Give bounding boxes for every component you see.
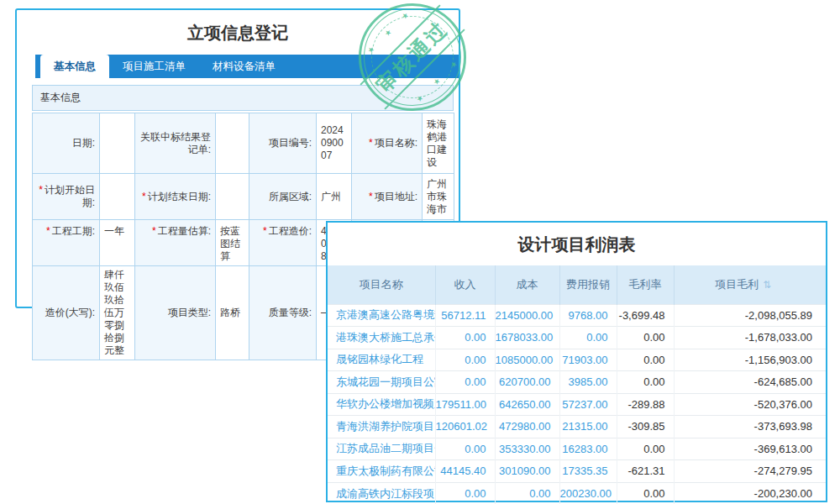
field-value[interactable]	[216, 174, 249, 220]
column-header-1[interactable]: 收入	[435, 265, 495, 304]
table-row: 港珠澳大桥施工总承包项目0.001678033.000.000.00-1,678…	[328, 327, 826, 349]
profit-value: -1,678,033.00	[674, 327, 826, 349]
tab-0[interactable]: 基本信息	[40, 55, 109, 78]
profit-value: -624,685.00	[674, 371, 826, 394]
expense-value: 17335.35	[559, 460, 617, 483]
cost-value: 1085000.00	[495, 349, 559, 371]
field-label: *项目地址:	[352, 174, 423, 220]
project-name-link[interactable]: 华软办公楼增加视频监控项	[328, 393, 435, 416]
cost-value: 0.00	[495, 482, 559, 504]
profit-value: -373,693.98	[674, 416, 826, 438]
field-value[interactable]: 一年	[100, 220, 135, 266]
field-label: 项目编号:	[249, 113, 317, 174]
income-value: 0.00	[435, 327, 495, 349]
income-value: 0.00	[435, 438, 495, 460]
field-label: 造价(大写):	[33, 266, 100, 360]
expense-value: 21315.00	[559, 416, 617, 438]
income-value: 179511.00	[435, 393, 495, 416]
field-label: *工程工期:	[33, 220, 100, 266]
table-row: 京港澳高速公路粤境韶关至56712.112145000.009768.00-3,…	[328, 304, 826, 327]
income-value: 44145.40	[435, 460, 495, 483]
margin-value: -3,699.48	[617, 304, 674, 327]
income-value: 0.00	[435, 371, 495, 394]
column-header-4[interactable]: 毛利率	[617, 265, 674, 304]
column-header-3[interactable]: 费用报销	[559, 265, 617, 304]
table-row: 华软办公楼增加视频监控项179511.00642650.0057237.00-2…	[328, 393, 826, 416]
table-row: 江苏成品油二期项目一标段0.00353330.0016283.000.00-36…	[328, 438, 826, 460]
project-name-link[interactable]: 京港澳高速公路粤境韶关至	[328, 304, 435, 327]
expense-value: 57237.00	[559, 393, 617, 416]
margin-value: 0.00	[617, 438, 674, 460]
profit-value: -274,279.95	[674, 460, 826, 483]
profit-table: 项目名称收入成本费用报销毛利率项目毛利⇅ 京港澳高速公路粤境韶关至56712.1…	[328, 265, 826, 504]
profit-header-row: 项目名称收入成本费用报销毛利率项目毛利⇅	[328, 265, 826, 304]
expense-value: 0.00	[559, 327, 617, 349]
expense-value: 3985.00	[559, 371, 617, 394]
project-name-link[interactable]: 港珠澳大桥施工总承包项目	[328, 327, 435, 349]
income-value: 120601.02	[435, 416, 495, 438]
cost-value: 642650.00	[495, 393, 559, 416]
field-label: 关联中标结果登记单:	[135, 113, 216, 174]
form-row: *计划开始日期:*计划结束日期:所属区域:广州*项目地址:广州市珠海市	[33, 174, 454, 220]
profit-value: -2,098,055.89	[674, 304, 826, 327]
margin-value: 0.00	[617, 349, 674, 371]
cost-value: 2145000.00	[495, 304, 559, 327]
field-value[interactable]: 肆仟玖佰玖拾伍万零捌拾捌元整	[100, 266, 135, 360]
project-name-link[interactable]: 重庆太极制药有限公司亳州	[328, 460, 435, 483]
field-value[interactable]	[100, 113, 135, 174]
cost-value: 1678033.00	[495, 327, 559, 349]
table-row: 青海洪湖养护院项目120601.02472980.0021315.00-309.…	[328, 416, 826, 438]
income-value: 0.00	[435, 482, 495, 504]
field-value[interactable]: 珠海鹤港口建设	[423, 113, 454, 174]
profit-value: -520,376.00	[674, 393, 826, 416]
registration-tabbar: 基本信息项目施工清单材料设备清单	[35, 55, 459, 78]
tab-1[interactable]: 项目施工清单	[109, 55, 199, 78]
field-value[interactable]: 广州市珠海市	[423, 174, 454, 220]
table-row: 成渝高铁内江标段项目0.000.00200230.000.00-200,230.…	[328, 482, 826, 504]
cost-value: 472980.00	[495, 416, 559, 438]
field-value[interactable]: 广州	[317, 174, 352, 220]
required-asterisk-icon: *	[142, 191, 146, 202]
project-name-link[interactable]: 青海洪湖养护院项目	[328, 416, 435, 438]
required-asterisk-icon: *	[152, 225, 156, 237]
field-label: *计划开始日期:	[33, 174, 100, 220]
expense-value: 16283.00	[559, 438, 617, 460]
column-header-0[interactable]: 项目名称	[328, 265, 435, 304]
cost-value: 620700.00	[495, 371, 559, 394]
table-row: 重庆太极制药有限公司亳州44145.40301090.0017335.35-62…	[328, 460, 826, 483]
profit-body: 京港澳高速公路粤境韶关至56712.112145000.009768.00-3,…	[328, 304, 826, 504]
margin-value: 0.00	[617, 327, 674, 349]
margin-value: 0.00	[617, 482, 674, 504]
required-asterisk-icon: *	[369, 191, 373, 202]
project-name-link[interactable]: 晟铭园林绿化工程	[328, 349, 435, 371]
sort-icon[interactable]: ⇅	[763, 279, 771, 291]
project-name-link[interactable]: 东城花园一期项目公寓大堂	[328, 371, 435, 394]
profit-value: -369,613.00	[674, 438, 826, 460]
margin-value: -289.88	[617, 393, 674, 416]
field-label: 日期:	[33, 113, 100, 174]
cost-value: 301090.00	[495, 460, 559, 483]
income-value: 0.00	[435, 349, 495, 371]
field-value[interactable]	[100, 174, 135, 220]
field-value[interactable]	[216, 113, 249, 174]
screen: 立项信息登记 基本信息项目施工清单材料设备清单 基本信息 日期:关联中标结果登记…	[0, 0, 840, 504]
project-name-link[interactable]: 成渝高铁内江标段项目	[328, 482, 435, 504]
field-label: *工程量估算:	[135, 220, 216, 266]
profit-value: -1,156,903.00	[674, 349, 826, 371]
field-value[interactable]: 路桥	[216, 266, 249, 360]
field-value[interactable]: 2024090007	[317, 113, 352, 174]
tab-2[interactable]: 材料设备清单	[199, 55, 289, 78]
margin-value: -309.85	[617, 416, 674, 438]
required-asterisk-icon: *	[369, 137, 373, 149]
field-label: 所属区域:	[249, 174, 317, 220]
form-row: 日期:关联中标结果登记单:项目编号:2024090007*项目名称:珠海鹤港口建…	[33, 113, 454, 174]
project-name-link[interactable]: 江苏成品油二期项目一标段	[328, 438, 435, 460]
column-header-2[interactable]: 成本	[495, 265, 559, 304]
field-label: 项目类型:	[135, 266, 216, 360]
column-header-5[interactable]: 项目毛利⇅	[674, 265, 826, 304]
table-row: 晟铭园林绿化工程0.001085000.0071903.000.00-1,156…	[328, 349, 826, 371]
field-label: *工程造价:	[249, 220, 317, 266]
required-asterisk-icon: *	[46, 225, 50, 237]
field-value[interactable]: 按蓝图结算	[216, 220, 249, 266]
expense-value: 71903.00	[559, 349, 617, 371]
